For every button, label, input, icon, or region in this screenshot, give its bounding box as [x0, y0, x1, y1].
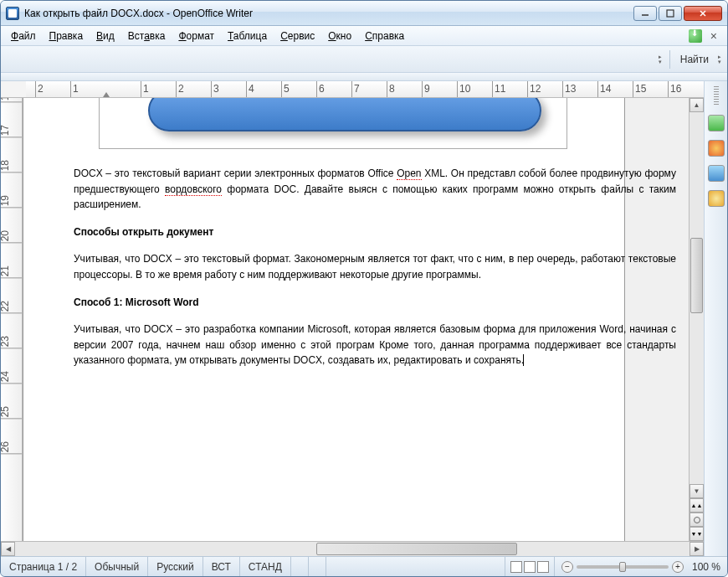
zoom-value[interactable]: 100 %	[692, 561, 720, 573]
window-title: Как открыть файл DOCX.docx - OpenOffice …	[24, 8, 633, 19]
datasource-icon[interactable]	[708, 165, 725, 182]
h-ruler-mark: 6	[316, 81, 325, 97]
h-ruler-mark: 14	[597, 81, 611, 97]
workspace: 2112345678910111213141516 16171819202122…	[1, 81, 727, 556]
menu-вставка[interactable]: Вставка	[121, 28, 172, 44]
h-ruler-mark: 7	[351, 81, 360, 97]
zoom-slider-thumb[interactable]	[619, 562, 626, 572]
status-modified[interactable]	[291, 557, 309, 576]
app-icon	[6, 7, 19, 20]
find-label[interactable]: Найти	[675, 52, 714, 67]
status-signature[interactable]	[309, 557, 326, 576]
view-multi-icon[interactable]	[524, 561, 536, 573]
status-page[interactable]: Страница 1 / 2	[1, 557, 86, 576]
h-ruler-mark: 15	[633, 81, 646, 97]
menu-таблица[interactable]: Таблица	[221, 28, 274, 44]
menu-вид[interactable]: Вид	[90, 28, 121, 44]
toolbar-separator	[669, 50, 670, 69]
zoom-slider[interactable]	[577, 565, 669, 569]
view-single-icon[interactable]	[510, 561, 522, 573]
close-button[interactable]	[684, 6, 722, 21]
text-cursor	[523, 354, 524, 366]
maximize-button[interactable]	[659, 6, 682, 21]
sidebar-handle[interactable]	[714, 86, 719, 106]
svg-rect-1	[667, 10, 674, 17]
app-window: Как открыть файл DOCX.docx - OpenOffice …	[0, 0, 728, 577]
h-ruler-mark: 9	[422, 81, 430, 97]
find-overflow-icon[interactable]: ▸▾	[715, 51, 724, 68]
v-ruler-mark: 24	[1, 371, 22, 384]
document-body[interactable]: DOCX – это текстовый вариант серии элект…	[74, 98, 676, 368]
sidebar	[704, 81, 727, 556]
horizontal-scrollbar[interactable]: ◀ ▶	[1, 541, 704, 556]
gallery-icon[interactable]	[708, 115, 725, 131]
v-ruler-mark: 18	[1, 160, 22, 173]
status-language[interactable]: Русский	[148, 557, 203, 576]
scroll-up-button[interactable]: ▲	[690, 98, 704, 112]
scroll-thumb-h[interactable]	[316, 543, 517, 555]
v-ruler-mark: 20	[1, 230, 22, 243]
paragraph[interactable]: Учитывая, что DOCX – это текстовый форма…	[74, 251, 676, 282]
scroll-down-button[interactable]: ▼	[690, 484, 704, 498]
menu-окно[interactable]: Окно	[321, 28, 358, 44]
zoom-in-button[interactable]: +	[672, 561, 684, 573]
styles-icon[interactable]	[708, 140, 725, 157]
prev-page-button[interactable]: ▲▲	[690, 498, 704, 513]
toolbar-formatting	[1, 73, 727, 81]
document-close-icon[interactable]: ×	[707, 29, 720, 43]
status-spacer	[326, 557, 505, 576]
nav-select-button[interactable]	[690, 513, 704, 527]
h-ruler-mark: 11	[492, 81, 505, 97]
rounded-rect-shape[interactable]	[148, 98, 541, 131]
vertical-scrollbar[interactable]: ▲ ▼ ▲▲ ▼▼	[689, 98, 704, 541]
v-ruler-mark: 19	[1, 195, 22, 208]
view-book-icon[interactable]	[537, 561, 549, 573]
h-ruler-mark: 4	[246, 81, 254, 97]
heading[interactable]: Способ 1: Microsoft Word	[74, 295, 676, 311]
scroll-track-h[interactable]	[15, 542, 690, 556]
heading[interactable]: Способы открыть документ	[74, 224, 676, 240]
scroll-thumb-v[interactable]	[690, 238, 703, 313]
h-ruler-mark: 2	[176, 81, 184, 97]
update-icon[interactable]	[689, 29, 702, 43]
status-selection-mode[interactable]: СТАНД	[240, 557, 291, 576]
menu-файл[interactable]: Файл	[4, 28, 43, 44]
h-ruler-mark: 13	[562, 81, 576, 97]
zoom-out-button[interactable]: −	[561, 561, 573, 573]
v-ruler-mark: 22	[1, 301, 22, 313]
h-ruler-mark: 12	[527, 81, 541, 97]
v-ruler-mark: 23	[1, 336, 22, 348]
status-style[interactable]: Обычный	[86, 557, 148, 576]
scroll-left-button[interactable]: ◀	[1, 542, 15, 556]
status-insert-mode[interactable]: ВСТ	[203, 557, 240, 576]
next-page-button[interactable]: ▼▼	[690, 527, 704, 541]
view-mode-group	[505, 557, 555, 576]
page: DOCX – это текстовый вариант серии элект…	[23, 98, 625, 541]
horizontal-ruler[interactable]: 2112345678910111213141516	[1, 81, 704, 98]
v-ruler-mark: 26	[1, 441, 22, 454]
navigator-icon[interactable]	[708, 190, 725, 207]
menu-сервис[interactable]: Сервис	[274, 28, 321, 44]
vertical-ruler[interactable]: 1617181920212223242526	[1, 98, 23, 541]
menubar: ФайлПравкаВидВставкаФорматТаблицаСервисО…	[1, 26, 727, 46]
paragraph[interactable]: DOCX – это текстовый вариант серии элект…	[74, 166, 676, 213]
h-ruler-mark: 10	[457, 81, 470, 97]
document-viewport[interactable]: DOCX – это текстовый вариант серии элект…	[23, 98, 689, 541]
v-ruler-mark: 16	[1, 98, 22, 102]
scroll-right-button[interactable]: ▶	[690, 542, 704, 556]
h-ruler-mark: 5	[281, 81, 290, 97]
titlebar[interactable]: Как открыть файл DOCX.docx - OpenOffice …	[1, 1, 727, 26]
h-ruler-mark: 16	[668, 81, 681, 97]
h-ruler-mark: 2	[35, 81, 44, 97]
menu-формат[interactable]: Формат	[172, 28, 221, 44]
indent-marker[interactable]	[103, 92, 110, 97]
paragraph[interactable]: Учитывая, что DOCX – это разработка комп…	[74, 322, 676, 368]
menu-справка[interactable]: Справка	[358, 28, 411, 44]
scroll-track-v[interactable]	[690, 112, 704, 484]
minimize-button[interactable]	[633, 6, 657, 21]
toolbar-overflow-icon[interactable]: ▸▾	[656, 51, 664, 68]
menu-правка[interactable]: Правка	[43, 28, 90, 44]
h-ruler-mark: 8	[387, 81, 395, 97]
h-ruler-mark: 1	[141, 81, 149, 97]
shape-frame[interactable]	[99, 98, 567, 149]
